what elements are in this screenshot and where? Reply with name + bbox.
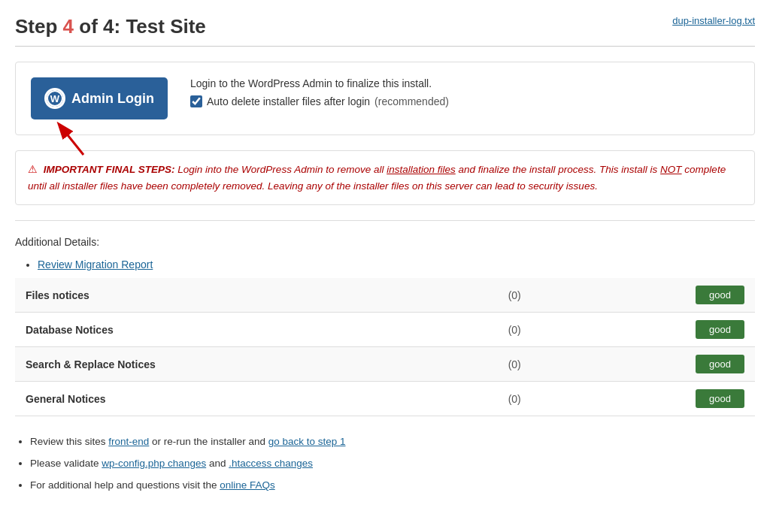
auto-delete-row: Auto delete installer files after login … <box>190 95 739 107</box>
warning-icon: ⚠ <box>28 164 38 175</box>
footer-link-item-3: For additional help and questions visit … <box>30 475 755 495</box>
warning-underline-not: NOT <box>660 164 682 175</box>
additional-details-label: Additional Details: <box>15 236 755 248</box>
section-divider <box>15 220 755 221</box>
step-number: 4 <box>63 15 74 38</box>
frontend-link[interactable]: front-end <box>108 436 149 447</box>
wordpress-icon: W <box>44 88 65 109</box>
footer-links: Review this sites front-end or re-run th… <box>15 431 755 495</box>
table-row: Search & Replace Notices(0)good <box>15 347 755 382</box>
admin-login-label: Admin Login <box>71 91 154 107</box>
notice-status: good <box>570 347 755 382</box>
title-suffix: of 4: Test Site <box>74 15 206 38</box>
login-info-text: Login to the WordPress Admin to finalize… <box>190 77 739 89</box>
footer-link-item-1: Review this sites front-end or re-run th… <box>30 431 755 452</box>
notice-status: good <box>570 278 755 313</box>
wp-config-link[interactable]: wp-config.php changes <box>102 458 206 469</box>
detail-list: Review Migration Report <box>15 258 755 271</box>
review-migration-link[interactable]: Review Migration Report <box>38 258 153 271</box>
notice-status: good <box>570 382 755 416</box>
htaccess-link[interactable]: .htaccess changes <box>229 458 313 469</box>
notice-count: (0) <box>459 382 570 416</box>
svg-line-3 <box>62 128 83 155</box>
notice-label: Database Notices <box>15 313 459 347</box>
auto-delete-checkbox[interactable] <box>190 95 202 107</box>
online-faqs-link[interactable]: online FAQs <box>220 479 275 491</box>
page-header: Step 4 of 4: Test Site dup-installer-log… <box>15 15 755 47</box>
footer-link-item-2: Please validate wp-config.php changes an… <box>30 453 755 473</box>
back-to-step1-link[interactable]: go back to step 1 <box>268 436 346 447</box>
status-badge: good <box>696 320 744 339</box>
checkbox-label: Auto delete installer files after login <box>207 95 370 107</box>
login-info: Login to the WordPress Admin to finalize… <box>190 77 739 107</box>
status-badge: good <box>696 389 744 408</box>
notice-count: (0) <box>459 278 570 313</box>
notice-count: (0) <box>459 347 570 382</box>
warning-text-part1: Login into the WordPress Admin to remove… <box>177 164 387 175</box>
title-prefix: Step <box>15 15 63 38</box>
notice-label: Search & Replace Notices <box>15 347 459 382</box>
notice-status: good <box>570 313 755 347</box>
admin-login-button[interactable]: W Admin Login <box>31 77 168 119</box>
notice-count: (0) <box>459 313 570 347</box>
table-row: Database Notices(0)good <box>15 313 755 347</box>
checkbox-note: (recommended) <box>374 95 449 107</box>
notice-label: Files notices <box>15 278 459 313</box>
main-box: W Admin Login Login to the WordPre <box>15 62 755 135</box>
log-link[interactable]: dup-installer-log.txt <box>672 15 755 26</box>
svg-text:W: W <box>50 93 60 104</box>
review-migration-item: Review Migration Report <box>38 258 755 271</box>
warning-box: ⚠ IMPORTANT FINAL STEPS: Login into the … <box>15 150 755 205</box>
table-row: General Notices(0)good <box>15 382 755 416</box>
status-badge: good <box>696 355 744 373</box>
notices-table: Files notices(0)goodDatabase Notices(0)g… <box>15 278 755 416</box>
arrow-indicator <box>53 121 95 165</box>
notice-label: General Notices <box>15 382 459 416</box>
warning-text-part2: and finalize the install process. This i… <box>456 164 660 175</box>
table-row: Files notices(0)good <box>15 278 755 313</box>
admin-login-area: W Admin Login <box>31 77 168 119</box>
warning-underline-files: installation files <box>387 164 456 175</box>
warning-bold-label: IMPORTANT FINAL STEPS: <box>44 164 175 175</box>
page-title: Step 4 of 4: Test Site <box>15 15 206 38</box>
status-badge: good <box>696 286 744 304</box>
